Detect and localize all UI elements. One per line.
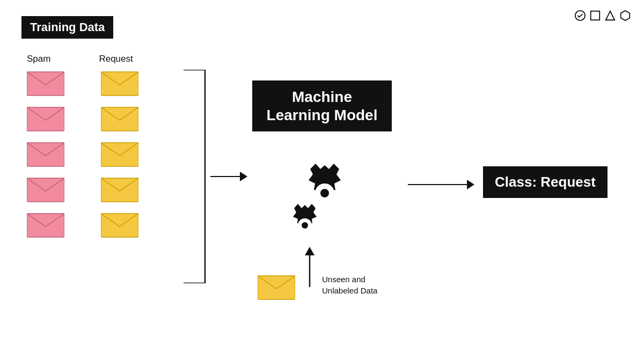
gears-icon: [268, 156, 376, 263]
spam-envelope: [27, 141, 64, 168]
request-envelope: [101, 70, 138, 98]
arrow-to-model: [210, 172, 247, 181]
envelope-row: [27, 211, 138, 239]
unseen-line2: Unlabeled Data: [322, 285, 377, 296]
envelope-row: [27, 176, 138, 204]
svg-point-20: [302, 222, 308, 229]
spam-header: Spam: [27, 54, 50, 64]
svg-marker-22: [305, 247, 314, 255]
bracket-line: [178, 70, 210, 283]
envelope-row: [27, 105, 138, 133]
training-data-title: Training Data: [21, 16, 113, 39]
unseen-envelope: [258, 274, 295, 304]
request-envelope: [101, 105, 138, 133]
svg-point-18: [320, 189, 329, 197]
unseen-line1: Unseen and: [322, 274, 377, 285]
svg-marker-3: [621, 11, 630, 20]
hexagon-icon: [619, 10, 631, 21]
spam-envelope: [27, 105, 64, 133]
ml-model-line2: Learning Model: [267, 107, 378, 123]
arrow-up-icon: [302, 247, 318, 290]
top-right-icons: [574, 10, 631, 21]
triangle-icon: [604, 10, 616, 21]
ml-model-line1: Machine: [292, 89, 352, 105]
request-header: Request: [99, 54, 133, 64]
spam-envelope: [27, 70, 64, 98]
envelope-row: [27, 141, 138, 168]
check-icon: [574, 10, 586, 21]
column-headers: Spam Request: [27, 54, 133, 64]
ml-model-box: Machine Learning Model: [252, 80, 392, 131]
svg-marker-2: [606, 11, 615, 20]
arrow-line: [210, 172, 247, 181]
svg-rect-1: [591, 11, 600, 20]
request-envelope: [101, 211, 138, 239]
arrow-to-class: [408, 180, 474, 189]
arrow-line: [408, 180, 474, 189]
request-envelope: [101, 141, 138, 168]
envelope-row: [27, 70, 138, 98]
spam-envelope: [27, 211, 64, 239]
square-icon: [589, 10, 601, 21]
spam-envelope: [27, 176, 64, 204]
gears-area: [268, 156, 376, 263]
request-envelope: [101, 176, 138, 204]
class-result-box: Class: Request: [483, 166, 608, 198]
envelopes-container: [27, 70, 138, 247]
unseen-label: Unseen and Unlabeled Data: [322, 274, 377, 296]
